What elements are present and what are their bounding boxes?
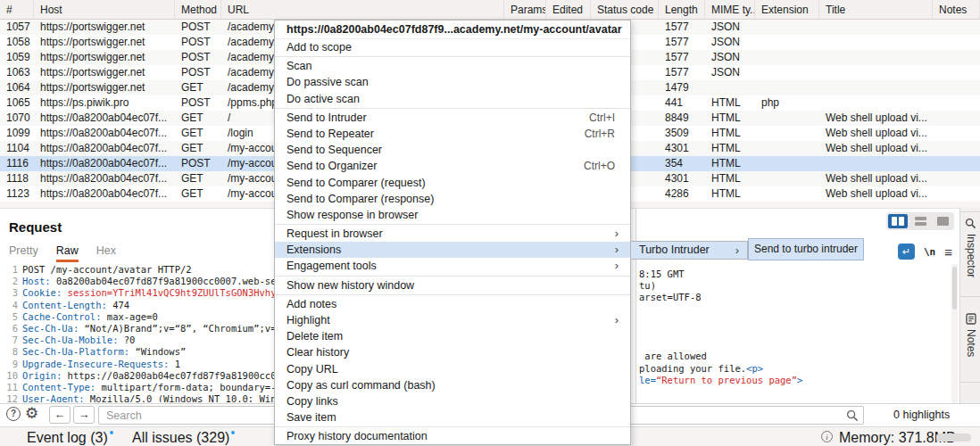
- column-header[interactable]: Length: [659, 0, 705, 19]
- menu-item[interactable]: Request in browser ›: [275, 226, 630, 242]
- request-view-tab[interactable]: Pretty: [9, 244, 38, 262]
- gear-icon[interactable]: ⚙: [25, 404, 38, 423]
- cell-host: https://0a8200ab04ec07f...: [34, 126, 175, 141]
- request-view-tab[interactable]: Raw: [56, 244, 79, 262]
- cell-method: POST: [175, 65, 221, 80]
- cell-id: 1116: [0, 156, 34, 171]
- cell-title: [819, 95, 933, 111]
- menu-item[interactable]: Copy URL: [275, 361, 630, 377]
- line-number: 2: [4, 276, 18, 287]
- menu-item[interactable]: Highlight ›: [275, 312, 630, 328]
- search-next-button[interactable]: →: [73, 406, 95, 424]
- cell-extension: [755, 50, 819, 65]
- menu-item[interactable]: [275, 425, 630, 428]
- cell-extension: [755, 80, 819, 95]
- cell-id: 1118: [0, 171, 34, 186]
- layout-columns-button[interactable]: [888, 214, 908, 228]
- column-header[interactable]: URL: [221, 0, 504, 19]
- column-header[interactable]: Params: [504, 0, 546, 19]
- column-header[interactable]: Status code: [591, 0, 659, 19]
- cell-title: [819, 35, 933, 50]
- cell-extension: [755, 20, 819, 35]
- column-header[interactable]: #: [0, 0, 34, 19]
- menu-item[interactable]: Send to Comparer (response): [275, 191, 630, 207]
- cell-extension: [755, 141, 819, 156]
- menu-item[interactable]: Send to Organizer Ctrl+O: [275, 158, 630, 174]
- menu-item[interactable]: Copy links: [275, 393, 630, 409]
- column-header[interactable]: Title: [819, 0, 933, 19]
- cell-host: https://portswigger.net: [34, 50, 175, 65]
- menu-item[interactable]: Extensions ›: [275, 242, 630, 258]
- request-view-tab[interactable]: Hex: [96, 244, 116, 262]
- editor-menu-icon[interactable]: ≡: [944, 244, 952, 260]
- tab-inspector[interactable]: Inspector: [960, 211, 980, 297]
- show-newlines-toggle[interactable]: \n: [924, 246, 935, 258]
- search-previous-button[interactable]: ←: [49, 406, 71, 424]
- cell-id: 1070: [0, 111, 34, 126]
- column-header[interactable]: Notes: [933, 0, 980, 19]
- help-icon[interactable]: ?: [6, 407, 21, 421]
- line-number: 5: [4, 311, 18, 323]
- column-header[interactable]: Edited: [546, 0, 591, 19]
- menu-item[interactable]: [275, 275, 630, 277]
- cell-notes: [933, 20, 980, 35]
- column-header[interactable]: MIME ty...: [705, 0, 755, 19]
- menu-item[interactable]: [275, 55, 630, 58]
- menu-item[interactable]: Engagement tools ›: [275, 258, 630, 274]
- menu-item[interactable]: [275, 223, 630, 226]
- cell-id: 1104: [0, 141, 34, 156]
- submenu-turbo-intruder[interactable]: Turbo Intruder ›: [630, 241, 748, 260]
- cell-host: https://0a8200ab04ec07f...: [34, 156, 175, 171]
- column-header[interactable]: Method: [175, 0, 221, 19]
- layout-single-button[interactable]: [933, 214, 952, 228]
- response-raw-editor[interactable]: 8:15 GMT tu) arset=UTF-8 are allowed plo…: [639, 268, 950, 402]
- menu-item[interactable]: Send to Repeater Ctrl+R: [275, 126, 630, 142]
- menu-item[interactable]: Send to Intruder Ctrl+I: [275, 110, 630, 126]
- menu-item[interactable]: Send to Sequencer: [275, 142, 630, 158]
- menu-item[interactable]: Show response in browser: [275, 207, 630, 223]
- cell-mime: JSON: [705, 65, 755, 80]
- submenu-arrow-icon: ›: [735, 242, 739, 259]
- cell-method: POST: [175, 50, 221, 65]
- request-response-divider[interactable]: [635, 208, 636, 403]
- column-header[interactable]: Extension: [755, 0, 819, 19]
- response-line: tu): [639, 280, 950, 292]
- tab-notes[interactable]: Notes: [960, 308, 980, 383]
- soft-wrap-icon[interactable]: ↵: [898, 244, 915, 260]
- event-log-button[interactable]: Event log (3): [27, 430, 113, 446]
- cell-mime: JSON: [705, 20, 755, 35]
- cell-title: Web shell upload vi...: [819, 111, 933, 126]
- info-icon: i: [821, 431, 833, 442]
- scrollbar-thumb[interactable]: [952, 267, 957, 310]
- all-issues-button[interactable]: All issues (329): [132, 430, 235, 446]
- response-line: [639, 339, 950, 351]
- menu-item[interactable]: Do active scan: [275, 91, 630, 107]
- menu-item[interactable]: Save item: [275, 409, 630, 425]
- layout-rows-button[interactable]: [910, 214, 930, 228]
- cell-mime: JSON: [705, 50, 755, 65]
- menu-item[interactable]: Send to Comparer (request): [275, 175, 630, 191]
- cell-mime: HTML: [705, 95, 755, 111]
- menu-item[interactable]: Add notes: [275, 296, 630, 312]
- menu-item[interactable]: Delete item: [275, 328, 630, 344]
- submenu-send-to-turbo-intruder[interactable]: Send to turbo intruder: [748, 238, 864, 260]
- cell-id: 1058: [0, 35, 34, 50]
- cell-method: POST: [175, 95, 221, 111]
- menu-item[interactable]: Add to scope: [275, 39, 630, 55]
- response-line: ploading your file.<p>: [639, 363, 950, 375]
- cell-title: [819, 20, 933, 35]
- menu-item[interactable]: [275, 107, 630, 110]
- cell-host: https://ps.piwik.pro: [34, 95, 175, 111]
- menu-item[interactable]: Scan: [275, 58, 630, 74]
- menu-item[interactable]: [275, 293, 630, 296]
- cell-host: https://portswigger.net: [34, 35, 175, 50]
- menu-item[interactable]: Do passive scan: [275, 74, 630, 90]
- menu-item[interactable]: Proxy history documentation: [275, 428, 630, 444]
- menu-item[interactable]: Copy as curl command (bash): [275, 377, 630, 393]
- column-header[interactable]: Host: [34, 0, 175, 19]
- menu-item[interactable]: Show new history window: [275, 277, 630, 293]
- menu-item[interactable]: Clear history: [275, 344, 630, 360]
- response-scrollbar[interactable]: [951, 264, 958, 403]
- cell-extension: php: [755, 95, 819, 111]
- cell-length: 1577: [659, 20, 705, 35]
